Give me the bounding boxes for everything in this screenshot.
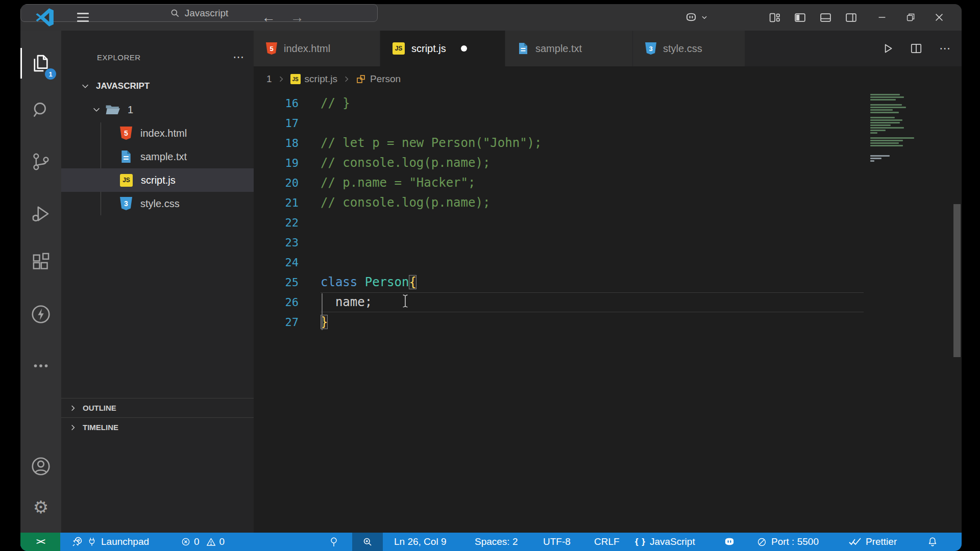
formatter-item[interactable]: Prettier [846, 533, 899, 551]
eol-indicator[interactable]: CRLF [592, 533, 622, 551]
minimap-line [870, 104, 902, 106]
folder-row[interactable]: 1 [61, 98, 254, 121]
encoding-indicator[interactable]: UTF-8 [541, 533, 573, 551]
folder-name: 1 [128, 104, 133, 116]
minimap-line [870, 109, 893, 111]
code-line-23[interactable]: 23 [254, 233, 962, 253]
workspace-name: JAVASCRIPT [96, 81, 150, 91]
restore-icon[interactable] [896, 4, 925, 31]
breadcrumb-symbol[interactable]: Person [356, 73, 401, 85]
copilot-status-icon[interactable] [721, 533, 738, 551]
code-line-17[interactable]: 17 [254, 113, 962, 133]
problems-item[interactable]: 0 0 [179, 533, 227, 551]
minimap-line [870, 140, 903, 141]
more-views-icon[interactable] [20, 347, 61, 384]
code-line-21[interactable]: 21// console.log(p.name); [254, 193, 962, 213]
code-line-19[interactable]: 19// console.log(p.name); [254, 153, 962, 173]
tab-label: script.js [411, 43, 446, 55]
sidebar-item-source-control[interactable] [20, 143, 61, 180]
zoom-indicator[interactable] [352, 533, 383, 551]
remote-indicator[interactable]: >< [20, 533, 60, 551]
sidebar-item-extensions[interactable] [20, 244, 61, 281]
timeline-section-header[interactable]: TIMELINE [61, 417, 254, 437]
line-number: 18 [254, 133, 299, 153]
code-lines: 16// }1718// let p = new Person("John");… [254, 93, 962, 332]
code-text: name; [321, 292, 372, 312]
editor-scrollbar[interactable] [953, 31, 961, 533]
outline-section-header[interactable]: OUTLINE [61, 398, 254, 417]
tab-style-css[interactable]: 3 style.css [633, 31, 745, 66]
toggle-panel-icon[interactable] [813, 4, 838, 31]
forward-button[interactable]: → [287, 4, 307, 31]
sidebar-header: EXPLORER ⋯ [61, 46, 254, 68]
run-file-icon[interactable] [878, 39, 897, 58]
code-line-18[interactable]: 18// let p = new Person("John"); [254, 133, 962, 153]
code-line-26[interactable]: 26 name; [254, 292, 962, 312]
file-row-style-css[interactable]: 3 style.css [61, 192, 254, 215]
workspace-row[interactable]: JAVASCRIPT [61, 74, 254, 98]
sidebar-item-explorer[interactable]: 1 [20, 45, 61, 82]
code-line-25[interactable]: 25class Person{ [254, 272, 962, 292]
toggle-secondary-sidebar-icon[interactable] [838, 4, 864, 31]
search-value: Javascript [185, 8, 229, 19]
more-actions-icon[interactable]: ⋯ [935, 39, 954, 58]
back-button[interactable]: ← [258, 4, 279, 31]
minimap-line [870, 99, 896, 101]
file-row-script-js[interactable]: JS script.js [61, 168, 254, 192]
modified-dot[interactable] [461, 45, 467, 52]
notifications-bell-icon[interactable] [925, 533, 940, 551]
minimize-icon[interactable] [868, 4, 896, 31]
code-line-27[interactable]: 27} [254, 312, 962, 332]
code-text: // let p = new Person("John"); [321, 133, 542, 153]
breadcrumb-folder[interactable]: 1 [266, 73, 272, 85]
section-label: OUTLINE [83, 404, 116, 412]
sidebar-item-search[interactable] [20, 92, 61, 129]
sidebar-item-run-debug[interactable] [20, 195, 61, 232]
accounts-icon[interactable] [20, 448, 61, 485]
file-name: index.html [140, 128, 187, 139]
line-number: 20 [254, 173, 299, 193]
launchpad-label: Launchpad [101, 536, 149, 547]
line-col-indicator[interactable]: Ln 26, Col 9 [392, 533, 448, 551]
window-controls [868, 4, 953, 31]
folder-open-icon [105, 104, 120, 115]
explorer-more-actions-icon[interactable]: ⋯ [218, 46, 259, 68]
minimap-line [870, 130, 886, 131]
tab-sample-txt[interactable]: sample.txt [505, 31, 633, 66]
toggle-primary-sidebar-icon[interactable] [787, 4, 813, 31]
code-line-24[interactable]: 24 [254, 253, 962, 272]
language-mode-item[interactable]: { } JavaScript [633, 533, 697, 551]
braces-icon: { } [635, 537, 646, 547]
copilot-menu-button[interactable] [685, 4, 707, 31]
minimap[interactable] [863, 94, 944, 308]
minimap-line [870, 112, 899, 113]
code-line-22[interactable]: 22 [254, 213, 962, 233]
formatter-label: Prettier [866, 536, 897, 547]
file-row-sample-txt[interactable]: sample.txt [61, 145, 254, 168]
scrollbar-thumb[interactable] [953, 204, 961, 357]
breadcrumb-file[interactable]: JS script.js [290, 73, 337, 85]
editor-actions: ⋯ [878, 31, 954, 66]
sidebar-item-thunder-client[interactable] [20, 296, 61, 333]
css-file-icon: 3 [645, 42, 656, 55]
close-icon[interactable] [925, 4, 953, 31]
code-editor[interactable]: 16// }1718// let p = new Person("John");… [254, 92, 962, 533]
split-editor-icon[interactable] [906, 39, 926, 58]
indentation-indicator[interactable]: Spaces: 2 [473, 533, 520, 551]
live-server-port-item[interactable]: Port : 5500 [754, 533, 821, 551]
tab-script-js[interactable]: JS script.js [380, 31, 505, 66]
customize-layout-icon[interactable] [762, 4, 787, 31]
settings-gear-icon[interactable]: ⚙ [20, 489, 61, 525]
text-file-icon [120, 150, 132, 163]
menu-icon[interactable] [72, 4, 93, 31]
code-line-20[interactable]: 20// p.name = "Hacker"; [254, 173, 962, 193]
explorer-sidebar: EXPLORER ⋯ JAVASCRIPT [61, 31, 254, 533]
file-row-index-html[interactable]: 5 index.html [61, 121, 254, 145]
tab-index-html[interactable]: 5 index.html [254, 31, 380, 66]
line-number: 16 [254, 93, 299, 113]
file-name: style.css [140, 198, 180, 210]
screencast-icon[interactable] [327, 533, 341, 551]
code-line-16[interactable]: 16// } [254, 93, 962, 113]
launchpad-item[interactable]: Launchpad [69, 533, 151, 551]
minimap-line [870, 160, 874, 162]
